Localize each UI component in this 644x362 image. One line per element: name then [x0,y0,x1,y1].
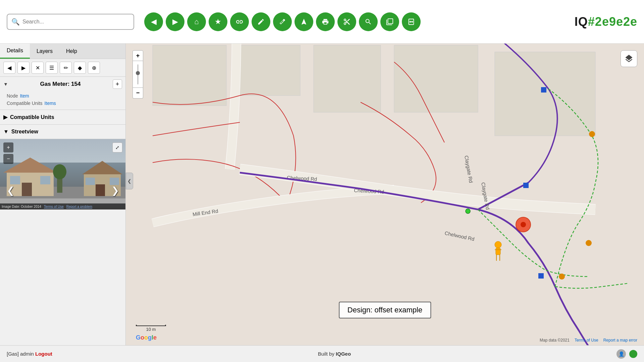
svg-rect-8 [86,178,95,185]
tab-layers[interactable]: Layers [30,44,59,59]
svg-rect-14 [394,45,478,112]
sv-tree-top [53,164,66,179]
app-logo: IQ#2e9e2e [575,15,637,29]
link-button[interactable] [230,12,249,31]
panel-zoom-button[interactable]: ⊕ [88,62,100,74]
svg-rect-25 [538,273,544,279]
compatible-units-chevron: ▶ [3,114,7,120]
sv-report-link[interactable]: Report a problem [66,205,92,208]
sv-terms-link[interactable]: Terms of Use [44,205,64,208]
svg-point-21 [586,240,592,246]
home-button[interactable]: ⌂ [187,12,206,31]
terms-link[interactable]: Terms of Use [575,338,598,343]
sv-pavement [0,198,126,203]
layers-button[interactable] [621,50,637,67]
panel-actions: ◀ ▶ ✕ ☰ ✏ ◆ ⊕ [0,59,125,77]
tab-help[interactable]: Help [59,44,84,59]
navigate-button[interactable] [294,12,313,31]
sv-zoom-in-button[interactable]: + [3,142,13,153]
svg-rect-12 [240,45,300,96]
person-icon[interactable]: 👤 [616,349,626,359]
sv-image-date: Image Date: October 2014 [2,205,41,208]
select-button[interactable] [380,12,399,31]
google-logo: Google [136,334,157,341]
logout-link[interactable]: Logout [35,351,52,357]
compatible-units-section: ▶ Compatible Units [0,110,125,125]
measure-button[interactable] [273,12,292,31]
status-left: [Gas] admin Logout [7,351,52,357]
collapse-panel-button[interactable]: ❮ [126,173,133,189]
gas-meter-add-button[interactable]: + [113,79,122,89]
user-prefix: [Gas] admin [7,351,34,357]
zoom-in-button[interactable]: + [132,50,143,61]
panel-list-button[interactable]: ☰ [46,62,58,74]
map-data-text: Map data ©2021 [540,338,570,343]
sv-zoom-out-button[interactable]: − [3,154,13,164]
gas-meter-collapse[interactable]: ▼ [3,81,8,87]
status-center: Built by IQGeo [318,351,351,357]
svg-rect-13 [314,45,381,112]
zoom-slider[interactable] [132,61,143,88]
svg-point-26 [466,209,470,214]
svg-rect-30 [496,248,500,255]
forward-button[interactable]: ▶ [166,12,184,31]
node-link[interactable]: Item [20,93,29,99]
compatible-units-section-title: Compatible Units [10,114,54,120]
top-toolbar: 🔍 ◀ ▶ ⌂ ★ [0,0,644,44]
compatible-units-header[interactable]: ▶ Compatible Units [0,110,125,124]
brand-name: IQGeo [336,351,351,357]
panel-forward-button[interactable]: ▶ [17,62,30,74]
design-label: Design: offset example [339,302,431,318]
panel-back-button[interactable]: ◀ [3,62,15,74]
sv-nav-arrows: ❮ ❯ [0,185,126,196]
streetview-section: ▼ Streetview [0,125,125,209]
search-icon: 🔍 [11,18,20,26]
svg-rect-11 [153,45,226,106]
svg-point-28 [521,222,526,227]
nav-buttons: ◀ ▶ ⌂ ★ [144,12,421,31]
sv-footer: Image Date: October 2014 Terms of Use Re… [0,203,126,209]
back-button[interactable]: ◀ [144,12,163,31]
panel-close-button[interactable]: ✕ [32,62,44,74]
tools-button[interactable] [359,12,378,31]
map-canvas[interactable]: Mill End Rd Chelwood Rd Chelwood Rd Chel… [126,44,644,345]
svg-rect-4 [40,176,50,184]
svg-point-22 [559,274,565,280]
panel-navigate-button[interactable]: ◆ [74,62,86,74]
zoom-controls: + − [132,50,143,99]
streetview-image: + − ⤢ ❮ ❯ Image Date: October 2014 Terms… [0,139,126,209]
svg-rect-9 [110,178,119,185]
svg-rect-23 [541,87,546,93]
streetview-header[interactable]: ▼ Streetview [0,125,125,139]
zoom-out-button[interactable]: − [132,88,143,99]
panel-edit-button[interactable]: ✏ [60,62,72,74]
compatible-units-row: Compatible Units Items [3,100,122,107]
expand-button[interactable] [402,12,421,31]
tab-details[interactable]: Details [0,44,30,59]
streetview-collapse: ▼ [3,129,9,135]
cut-button[interactable] [337,12,356,31]
scale-bar: 10 m [136,325,166,332]
report-link[interactable]: Report a map error [603,338,637,343]
compatible-units-link[interactable]: Items [45,101,56,106]
favourites-button[interactable]: ★ [209,12,227,31]
compatible-units-label: Compatible Units [7,101,43,106]
print-button[interactable] [316,12,335,31]
sv-controls: + − [3,142,13,164]
sv-next-button[interactable]: ❯ [111,185,119,196]
gas-meter-header: ▼ Gas Meter: 154 + [3,79,122,89]
svg-marker-6 [82,161,122,174]
gas-meter-section: ▼ Gas Meter: 154 + Node Item Compatible … [0,77,125,110]
status-right: 👤 [616,349,637,359]
search-bar: 🔍 [7,14,134,30]
sv-expand-button[interactable]: ⤢ [112,142,122,153]
svg-point-20 [589,131,595,137]
node-row: Node Item [3,92,122,100]
sv-prev-button[interactable]: ❮ [7,185,14,196]
edit-button[interactable] [252,12,270,31]
search-input[interactable] [22,19,129,25]
left-panel: Details Layers Help ◀ ▶ ✕ ☰ ✏ ◆ ⊕ ▼ Gas … [0,44,126,345]
status-indicator [629,350,637,358]
svg-rect-24 [523,183,529,188]
scale-label: 10 m [136,327,166,332]
